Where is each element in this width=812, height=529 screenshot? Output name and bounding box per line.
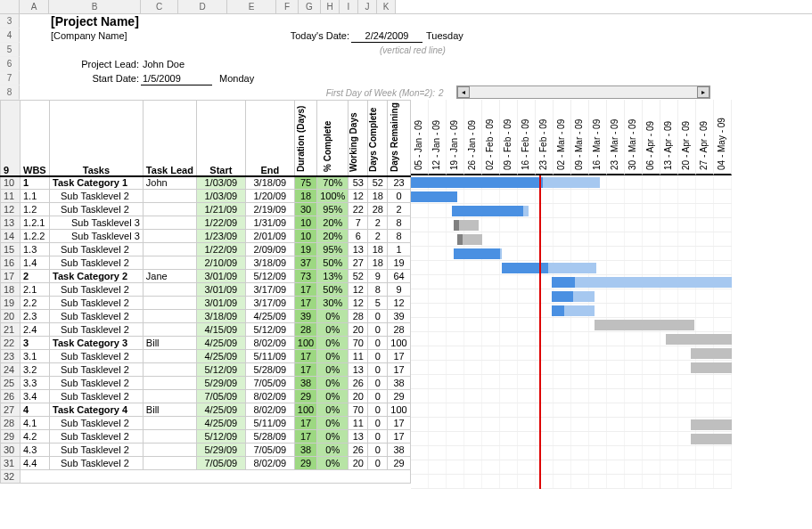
duration-cell[interactable]: 75 — [294, 176, 316, 190]
empty-row[interactable]: 32 — [1, 470, 411, 484]
start-date-cell[interactable]: 4/25/09 — [196, 337, 245, 350]
days-complete-cell[interactable]: 18 — [368, 243, 388, 256]
working-days-cell[interactable]: 13 — [349, 243, 368, 256]
end-header[interactable]: End — [245, 101, 294, 176]
tasks-header[interactable]: Tasks — [50, 101, 144, 176]
duration-cell[interactable]: 19 — [294, 243, 316, 256]
wbs-cell[interactable]: 4.3 — [21, 444, 50, 457]
task-lead-cell[interactable]: John — [143, 176, 196, 190]
date-column-header[interactable]: 26 - Jan - 09 — [464, 100, 482, 175]
days-remaining-cell[interactable]: 39 — [388, 310, 410, 323]
start-date-cell[interactable]: 5/29/09 — [196, 377, 245, 390]
wbs-cell[interactable]: 2 — [21, 270, 50, 283]
pct-complete-cell[interactable]: 0% — [317, 337, 349, 350]
days-complete-cell[interactable]: 52 — [368, 176, 388, 190]
start-header[interactable]: Start — [196, 101, 245, 176]
wbs-cell[interactable]: 1.1 — [21, 190, 50, 203]
working-days-cell[interactable]: 26 — [349, 377, 368, 390]
start-date-cell[interactable]: 1/22/09 — [196, 243, 245, 256]
working-days-cell[interactable]: 20 — [349, 457, 368, 470]
end-date-cell[interactable]: 7/05/09 — [245, 444, 294, 457]
days-remaining-cell[interactable]: 8 — [388, 230, 410, 243]
gantt-row[interactable] — [411, 361, 732, 375]
days-complete-cell[interactable]: 0 — [368, 417, 388, 430]
task-lead-cell[interactable] — [143, 323, 196, 337]
task-row[interactable]: 233.1Sub Tasklevel 24/25/095/11/09170%11… — [1, 350, 411, 363]
row-number[interactable]: 6 — [0, 57, 20, 71]
row-number[interactable]: 13 — [1, 216, 21, 230]
date-column-header[interactable]: 13 - Apr - 09 — [660, 100, 678, 175]
days-remaining-cell[interactable]: 17 — [388, 430, 410, 444]
working-days-header[interactable]: Working Days — [349, 101, 368, 176]
duration-cell[interactable]: 29 — [294, 457, 316, 470]
date-column-header[interactable]: 05 - Jan - 09 — [411, 100, 429, 175]
row-number[interactable]: 14 — [1, 230, 21, 243]
days-complete-cell[interactable]: 2 — [368, 216, 388, 230]
column-letter[interactable]: F — [276, 0, 299, 13]
date-column-header[interactable]: 23 - Feb - 09 — [536, 100, 554, 175]
wbs-cell[interactable]: 2.4 — [21, 323, 50, 337]
column-letter[interactable]: H — [321, 0, 340, 13]
date-column-header[interactable]: 16 - Feb - 09 — [518, 100, 536, 175]
row-number[interactable]: 3 — [0, 14, 20, 28]
end-date-cell[interactable]: 8/02/09 — [245, 403, 294, 417]
days-complete-cell[interactable]: 0 — [368, 377, 388, 390]
working-days-cell[interactable]: 12 — [349, 190, 368, 203]
task-name-cell[interactable]: Sub Tasklevel 2 — [50, 363, 144, 377]
pct-complete-cell[interactable]: 20% — [317, 230, 349, 243]
date-column-header[interactable]: 19 - Jan - 09 — [447, 100, 464, 175]
task-name-cell[interactable]: Sub Tasklevel 2 — [50, 323, 144, 337]
start-date-cell[interactable]: 7/05/09 — [196, 390, 245, 403]
date-column-header[interactable]: 09 - Mar - 09 — [571, 100, 589, 175]
days-complete-header[interactable]: Days Complete — [368, 101, 388, 176]
days-remaining-cell[interactable]: 0 — [388, 190, 410, 203]
date-column-header[interactable]: 06 - Apr - 09 — [643, 100, 660, 175]
task-lead-cell[interactable] — [143, 310, 196, 323]
pct-complete-cell[interactable]: 0% — [317, 390, 349, 403]
days-remaining-cell[interactable]: 38 — [388, 444, 410, 457]
gantt-row[interactable] — [411, 275, 732, 289]
start-date-cell[interactable]: 1/03/09 — [196, 176, 245, 190]
days-remaining-cell[interactable]: 29 — [388, 390, 410, 403]
wbs-cell[interactable]: 2.3 — [21, 310, 50, 323]
end-date-cell[interactable]: 5/11/09 — [245, 417, 294, 430]
column-letter[interactable]: G — [299, 0, 321, 13]
duration-cell[interactable]: 30 — [294, 203, 316, 216]
duration-cell[interactable]: 28 — [294, 323, 316, 337]
task-lead-cell[interactable] — [143, 457, 196, 470]
column-letter[interactable]: D — [178, 0, 227, 13]
working-days-cell[interactable]: 27 — [349, 256, 368, 270]
pct-complete-cell[interactable]: 0% — [317, 417, 349, 430]
working-days-cell[interactable]: 22 — [349, 203, 368, 216]
pct-complete-cell[interactable]: 0% — [317, 363, 349, 377]
working-days-cell[interactable]: 70 — [349, 337, 368, 350]
task-row[interactable]: 202.3Sub Tasklevel 23/18/094/25/09390%28… — [1, 310, 411, 323]
start-date-cell[interactable]: 1/03/09 — [196, 190, 245, 203]
days-complete-cell[interactable]: 0 — [368, 430, 388, 444]
days-complete-cell[interactable]: 0 — [368, 337, 388, 350]
start-date-cell[interactable]: 1/21/09 — [196, 203, 245, 216]
task-lead-cell[interactable] — [143, 190, 196, 203]
task-lead-cell[interactable] — [143, 216, 196, 230]
row-number[interactable]: 22 — [1, 337, 21, 350]
gantt-row[interactable] — [411, 318, 732, 332]
end-date-cell[interactable]: 2/19/09 — [245, 203, 294, 216]
task-name-cell[interactable]: Sub Tasklevel 2 — [50, 256, 144, 270]
select-all-corner[interactable] — [0, 0, 20, 13]
row-number[interactable]: 28 — [1, 417, 21, 430]
task-lead-cell[interactable] — [143, 444, 196, 457]
project-name-cell[interactable]: [Project Name] — [49, 14, 141, 28]
task-name-cell[interactable]: Task Category 3 — [50, 337, 144, 350]
row-number[interactable]: 31 — [1, 457, 21, 470]
days-remaining-cell[interactable]: 100 — [388, 403, 410, 417]
task-row[interactable]: 111.1Sub Tasklevel 21/03/091/20/0918100%… — [1, 190, 411, 203]
wbs-cell[interactable]: 4.2 — [21, 430, 50, 444]
task-row[interactable]: 274Task Category 4Bill4/25/098/02/091000… — [1, 403, 411, 417]
duration-cell[interactable]: 38 — [294, 444, 316, 457]
days-remaining-cell[interactable]: 17 — [388, 350, 410, 363]
date-column-header[interactable]: 12 - Jan - 09 — [429, 100, 447, 175]
days-remaining-cell[interactable]: 100 — [388, 337, 410, 350]
duration-cell[interactable]: 17 — [294, 363, 316, 377]
days-complete-cell[interactable]: 18 — [368, 256, 388, 270]
days-complete-cell[interactable]: 5 — [368, 297, 388, 310]
